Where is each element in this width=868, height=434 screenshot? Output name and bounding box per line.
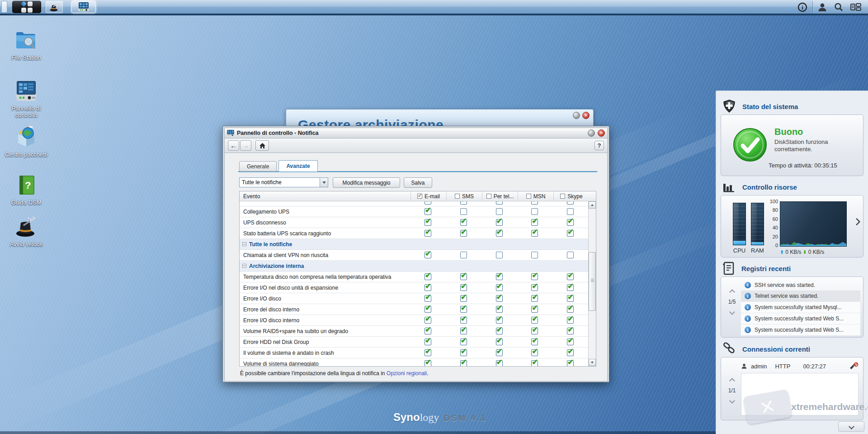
checked-checkbox[interactable] <box>425 349 431 356</box>
notification-filter-select[interactable]: Tutte le notifiche <box>239 177 328 187</box>
checked-checkbox[interactable] <box>567 230 574 237</box>
sms-header-checkbox[interactable] <box>455 194 460 199</box>
regional-options-link[interactable]: Opzioni regionali <box>387 370 427 377</box>
checked-checkbox[interactable] <box>425 360 431 366</box>
checked-checkbox[interactable] <box>460 219 467 226</box>
log-entry[interactable]: iSystem successfully started Mysql... <box>741 302 860 313</box>
tab-generale[interactable]: Generale <box>239 161 277 172</box>
checked-checkbox[interactable] <box>460 273 467 280</box>
checked-checkbox[interactable] <box>531 349 538 356</box>
page-down-chevron[interactable] <box>729 309 735 315</box>
column-header-sms[interactable]: SMS <box>446 191 482 201</box>
checked-checkbox[interactable] <box>460 295 467 302</box>
group-row[interactable]: Archiviazione interna <box>240 261 588 272</box>
checked-checkbox[interactable] <box>496 360 503 366</box>
log-entry[interactable]: iSSH service was started. <box>741 279 860 291</box>
checked-checkbox[interactable] <box>425 317 431 324</box>
checked-checkbox[interactable] <box>460 230 467 237</box>
page-down-chevron[interactable] <box>729 398 735 404</box>
checked-checkbox[interactable] <box>531 295 538 302</box>
checked-checkbox[interactable] <box>425 219 431 226</box>
open-resource-monitor-chevron[interactable] <box>853 218 861 226</box>
checked-checkbox[interactable] <box>425 284 431 291</box>
control-panel-taskbar-button[interactable] <box>71 0 96 13</box>
log-entry[interactable]: iSystem successfully started Web S... <box>741 313 860 324</box>
checked-checkbox[interactable] <box>496 349 503 356</box>
save-button[interactable]: Salva <box>404 177 432 188</box>
unchecked-checkbox[interactable] <box>531 208 538 215</box>
forward-button[interactable]: → <box>240 140 251 151</box>
pilot-view-icon[interactable] <box>850 2 862 13</box>
disconnect-icon[interactable] <box>849 362 859 371</box>
checked-checkbox[interactable] <box>567 284 574 291</box>
column-header-msn[interactable]: MSN <box>518 191 553 201</box>
checked-checkbox[interactable] <box>531 273 538 280</box>
checked-checkbox[interactable] <box>531 306 538 313</box>
checked-checkbox[interactable] <box>460 349 467 356</box>
checked-checkbox[interactable] <box>496 273 503 280</box>
edit-message-button[interactable]: Modifica messaggio <box>333 177 400 188</box>
checked-checkbox[interactable] <box>567 349 574 356</box>
search-icon[interactable] <box>833 2 844 13</box>
collapse-group-icon[interactable] <box>242 264 246 268</box>
user-icon[interactable] <box>816 2 828 13</box>
unchecked-checkbox[interactable] <box>567 252 574 258</box>
log-entry[interactable]: iTelnet service was started. <box>741 291 860 302</box>
checked-checkbox[interactable] <box>567 295 574 302</box>
checked-checkbox[interactable] <box>496 201 503 205</box>
checked-checkbox[interactable] <box>567 360 574 366</box>
checked-checkbox[interactable] <box>531 360 538 366</box>
desktop-icon-control-panel[interactable]: Pannello di controllo <box>1 80 52 119</box>
checked-checkbox[interactable] <box>496 339 503 345</box>
checked-checkbox[interactable] <box>425 339 431 345</box>
page-up-chevron[interactable] <box>729 289 735 295</box>
minimize-button[interactable] <box>588 129 595 137</box>
checked-checkbox[interactable] <box>531 339 538 345</box>
info-icon[interactable]: i <box>797 2 808 13</box>
checked-checkbox[interactable] <box>531 317 538 324</box>
checked-checkbox[interactable] <box>460 306 467 313</box>
table-scrollbar[interactable] <box>588 201 596 366</box>
checked-checkbox[interactable] <box>425 306 431 313</box>
checked-checkbox[interactable] <box>425 230 431 237</box>
unchecked-checkbox[interactable] <box>496 252 503 258</box>
unchecked-checkbox[interactable] <box>460 252 467 258</box>
checked-checkbox[interactable] <box>425 208 431 215</box>
scrollbar-thumb[interactable] <box>589 252 596 311</box>
checked-checkbox[interactable] <box>425 201 431 205</box>
checked-checkbox[interactable] <box>496 284 503 291</box>
close-icon[interactable]: ✕ <box>582 112 590 119</box>
tab-avanzate[interactable]: Avanzate <box>278 160 317 172</box>
scroll-up-button[interactable] <box>589 201 596 209</box>
unchecked-checkbox[interactable] <box>496 208 503 215</box>
quick-launch-taskbar-button[interactable] <box>46 1 63 13</box>
collapse-group-icon[interactable] <box>242 242 246 246</box>
checked-checkbox[interactable] <box>460 360 467 366</box>
checked-checkbox[interactable] <box>460 328 467 334</box>
show-desktop-button[interactable] <box>1 1 7 13</box>
checked-checkbox[interactable] <box>460 339 467 345</box>
checked-checkbox[interactable] <box>567 339 574 345</box>
checked-checkbox[interactable] <box>531 219 538 226</box>
checked-checkbox[interactable] <box>496 306 503 313</box>
checked-checkbox[interactable] <box>531 328 538 334</box>
checked-checkbox[interactable] <box>496 317 503 324</box>
msn-header-checkbox[interactable] <box>526 194 531 199</box>
connection-row[interactable]: admin HTTP 00:27:27 <box>741 361 859 371</box>
checked-checkbox[interactable] <box>496 219 503 226</box>
home-button[interactable] <box>255 140 269 151</box>
unchecked-checkbox[interactable] <box>567 208 574 215</box>
checked-checkbox[interactable] <box>425 328 431 334</box>
desktop-icon-package-center[interactable]: Centro pacchetti <box>1 126 52 158</box>
main-menu-button[interactable] <box>12 1 41 13</box>
checked-checkbox[interactable] <box>496 230 503 237</box>
unchecked-checkbox[interactable] <box>460 208 467 215</box>
checked-checkbox[interactable] <box>460 284 467 291</box>
checked-checkbox[interactable] <box>496 295 503 302</box>
checked-checkbox[interactable] <box>425 295 431 302</box>
help-button[interactable]: ? <box>594 141 604 150</box>
column-header-email[interactable]: E-mail <box>410 191 446 201</box>
close-icon[interactable]: ✕ <box>598 129 605 137</box>
column-header-phone[interactable]: Per tel... <box>482 191 518 201</box>
checked-checkbox[interactable] <box>567 317 574 324</box>
